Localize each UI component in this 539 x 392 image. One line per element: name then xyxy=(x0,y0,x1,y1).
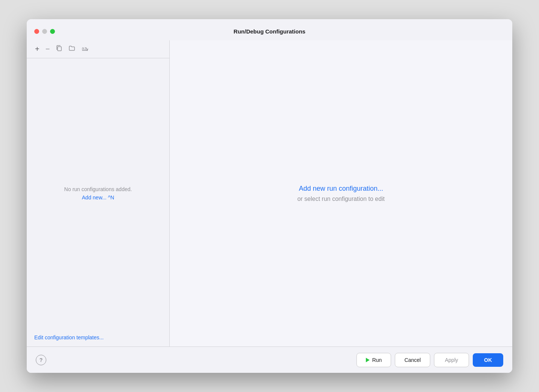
ok-button[interactable]: OK xyxy=(473,353,503,367)
apply-button[interactable]: Apply xyxy=(434,353,469,367)
close-button[interactable] xyxy=(34,29,39,34)
add-new-run-config-link[interactable]: Add new run configuration... xyxy=(299,185,383,193)
main-content: + − xyxy=(27,40,512,346)
dialog-title: Run/Debug Configurations xyxy=(234,28,306,35)
minus-icon: − xyxy=(46,45,50,53)
add-config-button[interactable]: + xyxy=(33,43,42,55)
right-panel-subtitle: or select run configuration to edit xyxy=(297,196,385,202)
edit-templates-link[interactable]: Edit configuration templates... xyxy=(27,328,169,346)
right-panel: Add new run configuration... or select r… xyxy=(170,40,512,346)
left-panel: + − xyxy=(27,40,170,346)
run-button[interactable]: Run xyxy=(356,353,391,367)
no-configs-text: No run configurations added. xyxy=(64,186,132,192)
question-mark-icon: ? xyxy=(40,357,43,363)
run-play-icon xyxy=(366,358,370,362)
svg-text:az: az xyxy=(82,46,87,51)
run-debug-dialog: Run/Debug Configurations + − xyxy=(27,19,512,373)
plus-icon: + xyxy=(35,45,40,53)
sort-config-button[interactable]: az xyxy=(79,43,90,55)
svg-rect-0 xyxy=(58,47,61,51)
sort-icon: az xyxy=(81,45,88,53)
copy-icon xyxy=(56,45,62,53)
title-bar: Run/Debug Configurations xyxy=(27,19,512,37)
config-list-empty: No run configurations added. Add new... … xyxy=(27,58,169,328)
run-button-label: Run xyxy=(372,357,382,363)
add-new-link[interactable]: Add new... ^N xyxy=(82,194,114,201)
remove-config-button[interactable]: − xyxy=(43,43,52,55)
folder-config-button[interactable] xyxy=(66,43,78,55)
toolbar: + − xyxy=(27,40,169,58)
window-controls xyxy=(34,29,55,34)
maximize-button[interactable] xyxy=(50,29,55,34)
action-buttons: Run Cancel Apply OK xyxy=(356,353,503,367)
copy-config-button[interactable] xyxy=(53,43,65,55)
bottom-bar: ? Run Cancel Apply OK xyxy=(27,346,512,373)
minimize-button[interactable] xyxy=(42,29,47,34)
folder-icon xyxy=(69,45,75,53)
help-button[interactable]: ? xyxy=(36,355,46,365)
cancel-button[interactable]: Cancel xyxy=(395,353,430,367)
